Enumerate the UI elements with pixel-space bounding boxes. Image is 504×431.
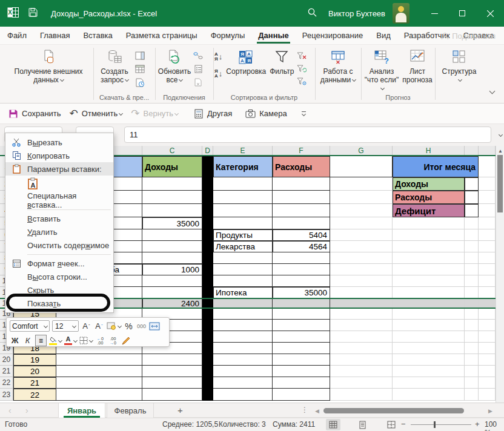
grid-cell-H4[interactable]: Дефицит — [393, 204, 465, 217]
grid-cell[interactable] — [273, 252, 330, 264]
grid-cell[interactable] — [393, 264, 465, 275]
format-painter-button[interactable] — [121, 335, 131, 346]
grid-cell[interactable] — [479, 241, 496, 252]
grid-cell[interactable] — [465, 377, 479, 389]
row-header-23[interactable]: 23 — [0, 389, 13, 401]
grid-cell[interactable] — [479, 204, 496, 217]
properties-icon[interactable] — [193, 64, 204, 74]
advanced-filter-icon[interactable] — [296, 76, 307, 86]
grid-cell[interactable] — [393, 287, 465, 298]
grid-cell[interactable] — [142, 389, 202, 401]
grid-cell[interactable] — [142, 252, 202, 264]
what-if-button[interactable]: ? Анализ "что если" — [362, 45, 401, 93]
ribbon-tab-Формулы[interactable]: Формулы — [211, 27, 245, 44]
grid-cell[interactable] — [465, 308, 479, 320]
outline-button[interactable]: Структура — [436, 45, 482, 84]
comma-style-button[interactable]: 000 — [136, 320, 147, 332]
context-menu-item-0[interactable]: Вырезать — [5, 136, 113, 149]
column-header-F[interactable]: F — [273, 146, 330, 155]
hscroll-right-icon[interactable]: ▶ — [488, 408, 492, 414]
grid-cell[interactable] — [273, 366, 330, 377]
font-size-dropdown[interactable]: 12 — [52, 320, 79, 332]
grid-cell[interactable] — [330, 229, 393, 241]
zoom-slider-thumb[interactable] — [434, 421, 436, 428]
sort-za-icon[interactable]: ЯА↓ — [214, 69, 225, 79]
grid-cell[interactable] — [273, 377, 330, 389]
grid-cell[interactable] — [330, 320, 393, 331]
qat-overflow-button[interactable] — [302, 111, 306, 116]
grid-cell[interactable] — [479, 354, 496, 366]
save-button[interactable]: Сохранить — [8, 109, 61, 119]
grid-cell[interactable] — [479, 177, 496, 191]
grid-cell[interactable] — [330, 156, 393, 177]
formula-bar-expand-chevron[interactable] — [499, 133, 503, 137]
context-menu-item-2[interactable]: Параметры вставки: — [5, 162, 113, 176]
grid-cell[interactable] — [330, 264, 393, 275]
grid-cell[interactable] — [393, 241, 465, 252]
grid-cell-E7[interactable]: Лекарства — [213, 241, 273, 252]
horizontal-scrollbar-thumb[interactable] — [323, 408, 464, 413]
grid-cell[interactable] — [330, 298, 393, 308]
grid-cell[interactable] — [479, 298, 496, 308]
grid-cell[interactable] — [330, 252, 393, 264]
sheet-tab-Февраль[interactable]: Февраль — [107, 403, 154, 418]
grid-cell[interactable] — [479, 377, 496, 389]
ribbon-tab-Вид[interactable]: Вид — [376, 27, 391, 44]
connections-icon[interactable] — [193, 51, 204, 61]
grid-cell[interactable] — [393, 298, 465, 308]
grid-cell[interactable] — [393, 354, 465, 366]
grid-cell-I4[interactable] — [465, 204, 479, 217]
ribbon-tab-Вставка[interactable]: Вставка — [83, 27, 112, 44]
font-name-dropdown[interactable]: Comfort — [10, 320, 50, 332]
row-header-21[interactable]: 21 — [0, 366, 13, 377]
undo-button[interactable]: ↶ Отменить — [70, 108, 123, 119]
grid-cell[interactable] — [142, 287, 202, 298]
collapse-ribbon-chevron[interactable] — [488, 86, 494, 97]
grid-cell[interactable] — [465, 287, 479, 298]
grid-cell[interactable] — [330, 177, 393, 191]
grid-cell[interactable] — [479, 343, 496, 354]
grid-cell-H3[interactable]: Расходы — [393, 191, 465, 204]
grid-cell-C1[interactable]: Доходы — [142, 156, 202, 177]
grid-cell[interactable] — [273, 204, 330, 217]
grid-cell[interactable] — [479, 320, 496, 331]
grid-cell[interactable] — [479, 331, 496, 343]
ribbon-tab-Главная[interactable]: Главная — [40, 27, 70, 44]
grid-cell[interactable] — [273, 320, 330, 331]
grid-cell[interactable] — [479, 229, 496, 241]
grid-cell[interactable] — [393, 343, 465, 354]
grid-cell[interactable] — [393, 320, 465, 331]
grid-cell[interactable] — [393, 229, 465, 241]
grid-cell[interactable] — [479, 264, 496, 275]
grid-cell[interactable] — [213, 320, 273, 331]
avatar[interactable] — [393, 3, 409, 24]
close-button[interactable] — [476, 0, 504, 27]
grid-cell[interactable] — [330, 241, 393, 252]
grid-cell[interactable] — [213, 252, 273, 264]
sheet-tab-Январь[interactable]: Январь — [58, 403, 105, 418]
formula-input[interactable]: 11 — [124, 127, 491, 143]
grid-cell-E6[interactable]: Продукты — [213, 229, 273, 241]
grid-cell[interactable] — [56, 377, 142, 389]
grid-cell[interactable] — [213, 308, 273, 320]
grid-cell[interactable] — [330, 308, 393, 320]
grid-cell[interactable] — [465, 229, 479, 241]
black-filled-column-d[interactable] — [202, 156, 213, 401]
context-menu-item-4[interactable]: Специальная вставка... — [5, 194, 113, 207]
minimize-button[interactable] — [420, 0, 448, 27]
get-external-data-button[interactable]: Получение внешних данных — [5, 45, 92, 84]
grid-cell[interactable] — [213, 331, 273, 343]
grid-cell[interactable] — [465, 331, 479, 343]
grid-cell[interactable] — [330, 343, 393, 354]
redo-button[interactable]: ↷ Вернуть — [131, 108, 178, 119]
hscroll-left-icon[interactable]: ◀ — [315, 408, 319, 414]
grid-cell[interactable] — [465, 366, 479, 377]
grid-cell[interactable] — [479, 191, 496, 204]
grid-cell[interactable] — [393, 389, 465, 401]
sheet-nav-next-icon[interactable]: › — [25, 406, 28, 415]
grid-cell[interactable] — [330, 331, 393, 343]
ribbon-tab-Файл[interactable]: Файл — [7, 27, 27, 44]
grid-cell[interactable] — [213, 377, 273, 389]
tab-options-dots-icon[interactable]: ⋮ — [301, 406, 308, 414]
grid-cell-A23[interactable]: 22 — [13, 389, 56, 401]
